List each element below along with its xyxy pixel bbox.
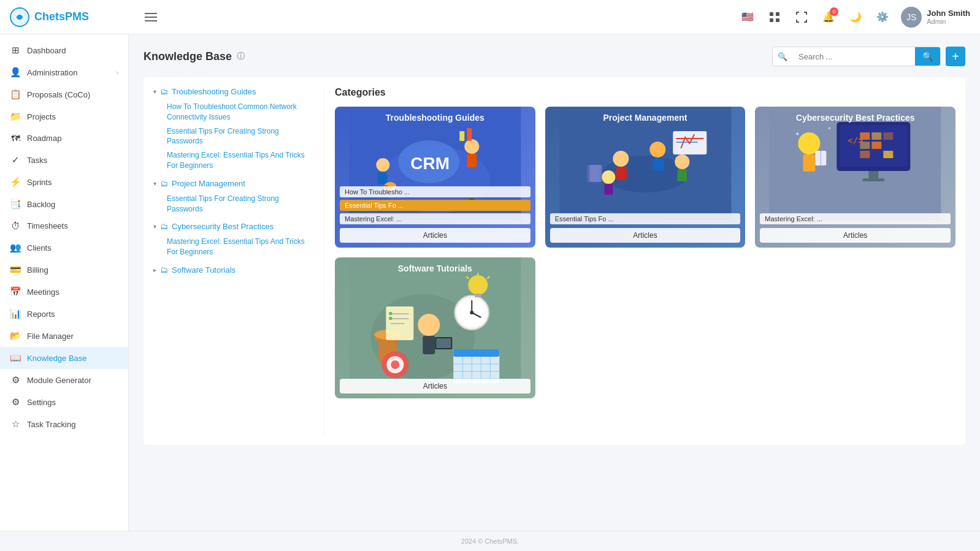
sidebar-item-roadmap[interactable]: 🗺 Roadmap <box>0 127 128 149</box>
dark-mode-icon[interactable]: 🌙 <box>847 9 864 26</box>
tree-category-project: ▾ 🗂 Project Management Essential Tips Fo… <box>153 179 315 216</box>
article-label: Essential Tips For Creating Strong Passw… <box>167 194 315 215</box>
sidebar-item-proposals[interactable]: 📋 Proposals (CoCo) <box>0 83 128 105</box>
flag-icon[interactable]: 🇺🇸 <box>739 9 756 26</box>
sidebar-item-tasks[interactable]: ✓ Tasks <box>0 149 128 171</box>
search-input[interactable] <box>792 48 915 65</box>
user-info[interactable]: JS John Smith Admin <box>901 7 970 28</box>
sidebar-item-clients[interactable]: 👥 Clients <box>0 237 128 259</box>
sidebar-item-backlog[interactable]: 📑 Backlog <box>0 193 128 215</box>
sidebar-item-label: Backlog <box>27 200 55 209</box>
tree-article-item[interactable]: Essential Tips For Creating Strong Passw… <box>153 124 315 149</box>
articles-button-project[interactable]: Articles <box>550 228 741 243</box>
sidebar-item-module-generator[interactable]: ⚙ Module Generator <box>0 369 128 391</box>
folder-icon: 🗂 <box>160 222 168 231</box>
sidebar-item-label: Clients <box>27 243 52 253</box>
tree-article-item[interactable]: Mastering Excel: Essential Tips And Tric… <box>153 235 315 259</box>
svg-rect-14 <box>459 131 464 141</box>
apps-icon[interactable] <box>766 9 783 26</box>
dashboard-icon: ⊞ <box>10 45 21 56</box>
sidebar-item-reports[interactable]: 📊 Reports <box>0 303 128 325</box>
tree-article-item[interactable]: Mastering Excel: Essential Tips And Tric… <box>153 148 315 173</box>
svg-rect-83 <box>453 349 499 357</box>
sidebar-item-settings[interactable]: ⚙ Settings <box>0 391 128 413</box>
fullscreen-icon[interactable] <box>793 9 810 26</box>
add-button[interactable]: + <box>946 47 965 66</box>
tree-category-software: ▸ 🗂 Software Tutorials <box>153 265 315 275</box>
card-title-software: Software Tutorials <box>335 257 535 279</box>
article-chip[interactable]: How To Troublesho ... <box>340 186 530 197</box>
projects-icon: 📁 <box>10 111 21 122</box>
tree-category-header-troubleshooting[interactable]: ▾ 🗂 Troubleshooting Guides <box>153 87 315 96</box>
article-chip-highlighted[interactable]: Essential Tips Fo ... <box>340 200 530 211</box>
svg-rect-41 <box>884 132 894 140</box>
chevron-down-icon: ▾ <box>153 180 156 187</box>
articles-button-software[interactable]: Articles <box>340 379 530 393</box>
article-chip[interactable]: Mastering Excel: ... <box>340 213 530 224</box>
tree-article-item[interactable]: Essential Tips For Creating Strong Passw… <box>153 192 315 216</box>
folder-icon: 🗂 <box>160 179 168 188</box>
user-details: John Smith Admin <box>927 9 970 25</box>
search-button[interactable]: 🔍 <box>915 47 940 66</box>
svg-rect-45 <box>884 151 894 158</box>
tree-category-header-project[interactable]: ▾ 🗂 Project Management <box>153 179 315 188</box>
settings-sidebar-icon: ⚙ <box>10 397 21 408</box>
sidebar-item-file-manager[interactable]: 📂 File Manager <box>0 325 128 347</box>
chevron-down-icon: ▾ <box>153 223 156 230</box>
header-right: 🇺🇸 🔔 0 🌙 ⚙️ JS John <box>739 7 970 28</box>
tree-category-label: Software Tutorials <box>172 265 235 275</box>
svg-rect-47 <box>863 178 885 181</box>
category-card-cybersecurity[interactable]: Cybersecurity Best Practices </> <box>755 107 955 248</box>
sidebar-item-label: Settings <box>27 398 56 407</box>
category-card-software[interactable]: Software Tutorials <box>335 257 535 398</box>
info-icon[interactable]: ⓘ <box>237 51 245 62</box>
tree-category-header-cybersecurity[interactable]: ▾ 🗂 Cybersecurity Best Practices <box>153 222 315 231</box>
proposals-icon: 📋 <box>10 89 21 100</box>
chevron-right-icon: › <box>116 69 118 76</box>
sidebar-item-meetings[interactable]: 📅 Meetings <box>0 281 128 303</box>
card-title-project: Project Management <box>545 107 746 129</box>
svg-rect-23 <box>616 167 627 180</box>
sidebar-item-label: Proposals (CoCo) <box>27 90 90 99</box>
page-title: Knowledge Base ⓘ <box>144 50 245 63</box>
module-generator-icon: ⚙ <box>10 374 21 386</box>
categories-panel: Categories Troubleshooting Guides <box>335 87 955 435</box>
sidebar-item-administration[interactable]: 👤 Administration › <box>0 61 128 83</box>
settings-icon[interactable]: ⚙️ <box>874 9 891 26</box>
card-articles-software: Articles <box>335 374 535 398</box>
svg-rect-2 <box>770 12 773 16</box>
task-tracking-icon: ☆ <box>10 419 21 430</box>
timesheets-icon: ⏱ <box>10 221 21 231</box>
category-card-troubleshooting[interactable]: Troubleshooting Guides CRM <box>335 107 535 248</box>
article-chip[interactable]: Essential Tips Fo ... <box>550 213 741 224</box>
sidebar-item-dashboard[interactable]: ⊞ Dashboard <box>0 39 128 61</box>
card-title-troubleshooting: Troubleshooting Guides <box>335 107 535 129</box>
card-articles-cybersecurity: Mastering Excel: ... Articles <box>755 208 955 248</box>
sidebar-item-task-tracking[interactable]: ☆ Task Tracking <box>0 413 128 435</box>
svg-point-69 <box>418 314 440 336</box>
sidebar-item-label: Tasks <box>27 156 47 165</box>
tree-category-troubleshooting: ▾ 🗂 Troubleshooting Guides How To Troubl… <box>153 87 315 173</box>
notification-icon[interactable]: 🔔 0 <box>820 9 837 26</box>
avatar: JS <box>901 7 922 28</box>
sidebar-item-sprints[interactable]: ⚡ Sprints <box>0 171 128 193</box>
tree-category-label: Project Management <box>172 179 245 188</box>
tree-article-item[interactable]: How To Troubleshoot Common Network Conne… <box>153 100 315 124</box>
article-label: How To Troubleshoot Common Network Conne… <box>167 102 315 123</box>
category-card-project[interactable]: Project Management <box>545 107 746 248</box>
tree-category-label: Cybersecurity Best Practices <box>172 222 274 231</box>
hamburger-button[interactable] <box>142 10 159 24</box>
sidebar-item-knowledge-base[interactable]: 📖 Knowledge Base <box>0 347 128 369</box>
article-chip[interactable]: Mastering Excel: ... <box>760 213 951 224</box>
articles-button-troubleshooting[interactable]: Articles <box>340 228 530 243</box>
svg-point-12 <box>376 158 389 172</box>
tree-category-header-software[interactable]: ▸ 🗂 Software Tutorials <box>153 265 315 275</box>
header-left: ChetsPMS <box>10 7 159 27</box>
sidebar-item-billing[interactable]: 💳 Billing <box>0 259 128 281</box>
logo-text: ChetsPMS <box>34 10 89 23</box>
folder-icon: 🗂 <box>160 265 168 275</box>
articles-button-cybersecurity[interactable]: Articles <box>760 228 951 243</box>
sidebar-item-projects[interactable]: 📁 Projects <box>0 105 128 127</box>
sidebar-item-timesheets[interactable]: ⏱ Timesheets <box>0 215 128 237</box>
articles-list: Mastering Excel: ... <box>760 213 951 224</box>
